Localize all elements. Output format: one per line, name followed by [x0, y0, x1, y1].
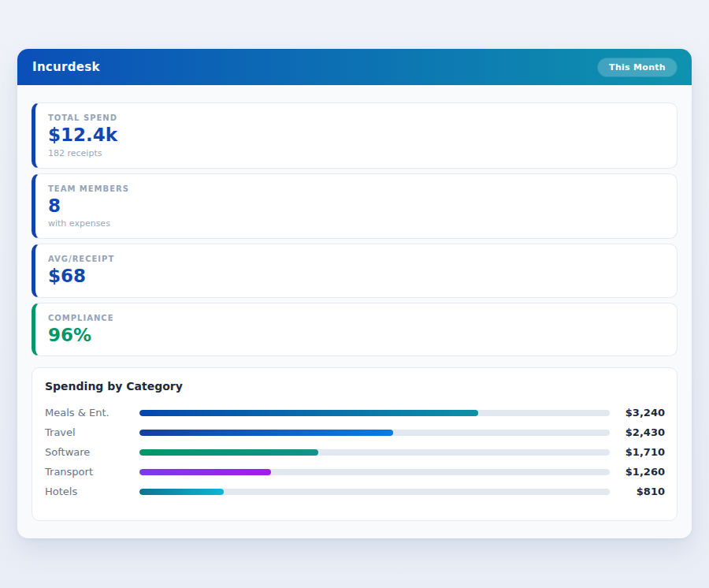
category-row-travel: Travel $2,430 — [45, 422, 665, 442]
category-value: $2,430 — [610, 426, 665, 438]
period-badge-button[interactable]: This Month — [598, 58, 677, 76]
stat-card-team-members: TEAM MEMBERS 8 with expenses — [32, 173, 677, 240]
app-header: Incurdesk This Month — [17, 49, 692, 85]
category-bar-track — [139, 449, 610, 456]
category-bar-track — [139, 410, 610, 416]
category-value: $1,260 — [610, 466, 665, 478]
category-label: Travel — [45, 426, 139, 438]
stat-value: $68 — [48, 266, 664, 288]
dashboard-content: TOTAL SPEND $12.4k 182 receipts TEAM MEM… — [17, 85, 692, 538]
category-row-transport: Transport $1,260 — [45, 462, 665, 482]
stat-card-total-spend: TOTAL SPEND $12.4k 182 receipts — [32, 102, 677, 169]
category-bar-fill — [139, 430, 393, 436]
app-title: Incurdesk — [32, 60, 100, 74]
category-label: Transport — [45, 466, 139, 478]
category-row-software: Software $1,710 — [45, 442, 665, 462]
category-row-hotels: Hotels $810 — [45, 482, 665, 501]
stat-card-avg-receipt: AVG/RECEIPT $68 — [32, 244, 677, 298]
category-bar-fill — [139, 469, 271, 475]
stat-card-compliance: COMPLIANCE 96% — [32, 303, 677, 357]
category-bar-fill — [139, 489, 224, 495]
category-value: $1,710 — [610, 446, 665, 458]
category-label: Meals & Ent. — [45, 407, 139, 419]
category-value: $810 — [610, 486, 665, 497]
category-value: $3,240 — [610, 407, 665, 419]
spending-card-title: Spending by Category — [45, 380, 665, 393]
stat-label: TEAM MEMBERS — [48, 184, 664, 193]
category-row-meals: Meals & Ent. $3,240 — [45, 403, 665, 422]
category-bar-track — [139, 489, 610, 495]
stat-subtext: with expenses — [48, 218, 664, 229]
category-bar-fill — [139, 449, 318, 456]
category-bar-track — [139, 469, 610, 475]
stat-label: COMPLIANCE — [48, 314, 664, 322]
category-label: Hotels — [45, 486, 139, 497]
stat-value: $12.4k — [48, 125, 664, 147]
dashboard-panel: Incurdesk This Month TOTAL SPEND $12.4k … — [17, 49, 692, 538]
stat-subtext: 182 receipts — [48, 148, 664, 158]
category-bar-track — [139, 430, 610, 436]
stat-label: AVG/RECEIPT — [48, 255, 664, 263]
stat-value: 8 — [48, 195, 664, 218]
stat-value: 96% — [48, 325, 664, 347]
spending-by-category-card: Spending by Category Meals & Ent. $3,240… — [32, 367, 677, 521]
stat-label: TOTAL SPEND — [48, 114, 664, 122]
category-bar-fill — [139, 410, 478, 416]
category-label: Software — [45, 446, 139, 458]
